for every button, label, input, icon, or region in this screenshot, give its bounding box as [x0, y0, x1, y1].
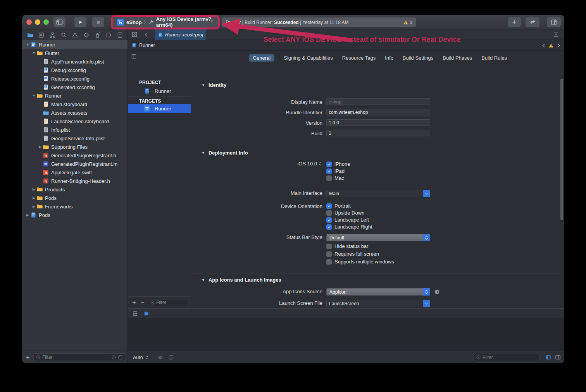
hide-project-outline-icon[interactable]: [131, 53, 137, 59]
warning-count-badge[interactable]: 3: [403, 20, 412, 25]
file-tree-item[interactable]: ▶Pods: [22, 211, 128, 219]
add-target-button[interactable]: +: [131, 299, 138, 306]
toggle-inspector-button[interactable]: [547, 17, 561, 27]
add-editor-icon[interactable]: [553, 32, 559, 38]
file-tree-item[interactable]: Main.storyboard: [22, 100, 128, 108]
file-tree-item[interactable]: Debug.xcconfig: [22, 66, 128, 74]
debug-navigator-icon[interactable]: [93, 31, 101, 39]
scm-status-filter-icon[interactable]: [118, 355, 123, 360]
editor-mode-button[interactable]: [526, 17, 539, 27]
checkbox-ipad[interactable]: iPad: [326, 168, 345, 174]
checkbox-supports-multiple-windows[interactable]: Supports multiple windows: [326, 259, 394, 265]
navigator-filter-input[interactable]: [42, 354, 110, 360]
file-tree-item[interactable]: GoogleService-Info.plist: [22, 134, 128, 143]
back-chevron-icon[interactable]: [144, 32, 149, 38]
breakpoint-navigator-icon[interactable]: [105, 31, 112, 39]
info-icon[interactable]: [168, 354, 174, 360]
file-tree-item[interactable]: Assets.xcassets: [22, 108, 128, 117]
settings-tab-info[interactable]: Info: [385, 55, 393, 61]
settings-tab-signing-capabilities[interactable]: Signing & Capabilities: [284, 55, 333, 61]
checkbox-box[interactable]: [326, 251, 332, 257]
disclosure-triangle[interactable]: ▶: [31, 196, 36, 200]
checkbox-landscape-left[interactable]: Landscape Left: [326, 217, 369, 223]
section-app-icons[interactable]: ▼App Icons and Launch Images: [202, 277, 281, 283]
console-filter-field[interactable]: [474, 354, 539, 361]
breakpoints-toggle-icon[interactable]: [143, 311, 150, 316]
disclosure-triangle[interactable]: ▶: [25, 213, 30, 217]
checkbox-box[interactable]: [326, 244, 332, 249]
identity-field-display-name[interactable]: [326, 98, 430, 105]
checkbox-mac[interactable]: Mac: [326, 175, 344, 181]
file-tree-item[interactable]: AppFrameworkInfo.plist: [22, 57, 128, 66]
file-tree-item[interactable]: ▼Flutter: [22, 49, 128, 57]
issue-navigator-icon[interactable]: [71, 31, 79, 39]
checkbox-box[interactable]: [326, 162, 332, 167]
target-row-runner[interactable]: Runner: [128, 104, 191, 113]
file-tree-item[interactable]: hRunner-Bridging-Header.h: [22, 177, 128, 185]
disclosure-triangle[interactable]: ▼: [202, 278, 205, 282]
file-tree-item[interactable]: ▶Supporting Files: [22, 143, 128, 151]
disclosure-triangle[interactable]: ▶: [31, 205, 36, 208]
disclosure-triangle[interactable]: ▶: [38, 145, 43, 149]
close-window-button[interactable]: [26, 19, 32, 25]
disclosure-triangle[interactable]: ▼: [31, 51, 36, 55]
identity-field-bundle-identifier[interactable]: [326, 109, 430, 115]
zoom-window-button[interactable]: [43, 19, 49, 25]
file-tree-item[interactable]: hGeneratedPluginRegistrant.h: [22, 151, 128, 160]
test-navigator-icon[interactable]: [82, 31, 90, 39]
settings-tab-general[interactable]: General: [249, 54, 274, 62]
scrollbar-thumb[interactable]: [560, 79, 563, 220]
next-issue-icon[interactable]: [557, 43, 560, 48]
checkbox-upside-down[interactable]: Upside Down: [326, 210, 364, 216]
checkbox-box[interactable]: [326, 175, 332, 181]
settings-tab-build-settings[interactable]: Build Settings: [403, 55, 434, 61]
settings-tab-build-phases[interactable]: Build Phases: [443, 55, 472, 61]
settings-tab-resource-tags[interactable]: Resource Tags: [342, 55, 376, 61]
breadcrumb[interactable]: Runner: [139, 43, 155, 48]
app-icons-source-popup[interactable]: AppIcon: [326, 288, 430, 296]
checkbox-iphone[interactable]: iPhone: [326, 161, 350, 167]
status-bar-style-popup[interactable]: Default: [326, 234, 430, 241]
checkbox-box[interactable]: [326, 224, 332, 230]
tab-overview-icon[interactable]: [131, 31, 138, 38]
checkbox-box[interactable]: [326, 168, 332, 174]
project-navigator-icon[interactable]: [26, 31, 34, 39]
console-filter-input[interactable]: [483, 355, 537, 360]
file-tree-item[interactable]: AppDelegate.swift: [22, 168, 128, 177]
add-file-button[interactable]: +: [24, 354, 31, 361]
symbol-navigator-icon[interactable]: [48, 31, 56, 39]
disclosure-triangle[interactable]: ▼: [202, 151, 205, 155]
source-control-navigator-icon[interactable]: [37, 31, 45, 39]
main-interface-combo[interactable]: Main: [326, 190, 430, 197]
file-tree-item[interactable]: ▼Runner: [22, 91, 128, 100]
file-tree-item[interactable]: ▶Pods: [22, 194, 128, 202]
show-console-view-icon[interactable]: [555, 354, 561, 360]
disclosure-triangle[interactable]: ▼: [25, 43, 30, 46]
report-navigator-icon[interactable]: [116, 31, 124, 39]
library-add-button[interactable]: [508, 17, 521, 27]
checkbox-requires-full-screen[interactable]: Requires full screen: [326, 251, 379, 257]
stepper-icon[interactable]: [145, 355, 149, 360]
section-deployment-info[interactable]: ▼Deployment Info: [202, 150, 248, 156]
find-navigator-icon[interactable]: [60, 31, 67, 39]
checkbox-hide-status-bar[interactable]: Hide status bar: [326, 243, 368, 249]
settings-tab-build-rules[interactable]: Build Rules: [481, 55, 507, 61]
jump-to-appicon-arrow-icon[interactable]: [434, 289, 440, 295]
recent-files-clock-icon[interactable]: [111, 355, 116, 360]
file-tree-item[interactable]: LaunchScreen.storyboard: [22, 117, 128, 126]
checkbox-box[interactable]: [326, 203, 332, 209]
project-row[interactable]: Runner: [128, 87, 191, 95]
identity-field-build[interactable]: [326, 130, 430, 136]
file-tree-item[interactable]: ▼Runner: [22, 40, 128, 49]
file-tree-item[interactable]: Release.xcconfig: [22, 74, 128, 83]
deployment-target-label[interactable]: iOS 10.0: [191, 161, 322, 167]
variables-view-mode[interactable]: Auto: [133, 355, 143, 360]
file-tree-item[interactable]: ▶Frameworks: [22, 202, 128, 211]
checkbox-portrait[interactable]: Portrait: [326, 203, 351, 209]
checkbox-box[interactable]: [326, 259, 332, 265]
show-variables-view-icon[interactable]: [545, 354, 552, 360]
file-tree-item[interactable]: Generated.xcconfig: [22, 83, 128, 91]
toggle-navigator-button[interactable]: [53, 17, 65, 27]
minimize-window-button[interactable]: [35, 19, 40, 25]
run-button[interactable]: [74, 17, 86, 27]
